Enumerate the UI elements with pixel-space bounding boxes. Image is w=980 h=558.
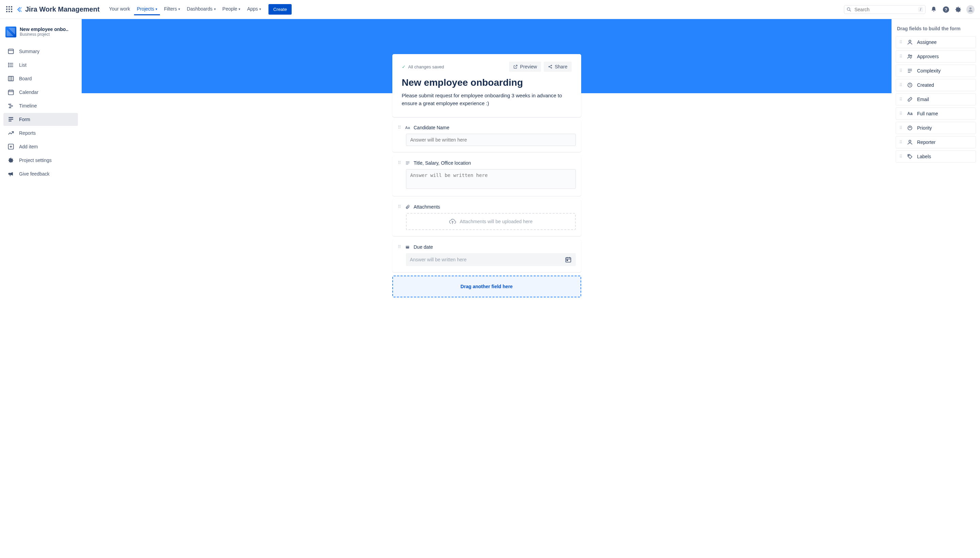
form-canvas: ✓ All changes saved Preview Share New em… [82,19,891,558]
search-input[interactable] [854,7,915,12]
drag-handle-icon[interactable]: ⠿ [398,205,402,208]
form-field-due-date[interactable]: ⠿ Due date Answer will be written here [392,240,581,272]
nav-filters[interactable]: Filters▾ [161,3,183,15]
svg-rect-49 [908,71,912,71]
available-field-priority[interactable]: ⠿Priority [896,122,976,134]
help-icon[interactable]: ? [942,5,950,14]
preview-button[interactable]: Preview [509,62,541,72]
drag-handle-icon[interactable]: ⠿ [900,156,903,158]
sidebar-item-summary[interactable]: Summary [3,45,78,58]
nav-projects[interactable]: Projects▾ [134,3,160,15]
drag-handle-icon[interactable]: ⠿ [398,246,402,248]
project-icon [5,26,16,38]
sidebar-item-board[interactable]: Board [3,72,78,85]
drag-handle-icon[interactable]: ⠿ [900,41,903,44]
svg-rect-16 [8,90,14,95]
sidebar-item-add[interactable]: Add item [3,140,78,153]
svg-rect-25 [8,120,11,121]
available-field-email[interactable]: ⠿Email [896,93,976,105]
form-header-card[interactable]: ✓ All changes saved Preview Share New em… [392,54,581,117]
attachment-icon [405,205,410,209]
sidebar-item-timeline[interactable]: Timeline [3,99,78,112]
available-field-created[interactable]: ⠿Created [896,79,976,91]
form-field-attachments[interactable]: ⠿ Attachments Attachments will be upload… [392,199,581,236]
svg-rect-44 [566,259,568,261]
settings-icon[interactable] [954,5,962,14]
search-box[interactable]: / [844,5,926,14]
field-name: Priority [917,125,932,131]
field-label: Attachments [414,204,440,210]
timeline-icon [8,102,14,109]
sidebar-item-list[interactable]: List [3,59,78,71]
sidebar-item-settings[interactable]: Project settings [3,154,78,167]
form-title[interactable]: New employee onboarding [402,77,572,88]
gear-icon [8,157,14,164]
sidebar-item-form[interactable]: Form [3,113,78,126]
form-description[interactable]: Please submit request for employee onboa… [402,92,572,108]
drag-handle-icon[interactable]: ⠿ [900,98,903,101]
attachment-dropzone: Attachments will be uploaded here [406,213,576,230]
nav-dashboards[interactable]: Dashboards▾ [184,3,218,15]
nav-apps[interactable]: Apps▾ [244,3,264,15]
create-button[interactable]: Create [269,4,292,15]
sidebar-item-feedback[interactable]: Give feedback [3,167,78,181]
field-name: Assignee [917,39,937,45]
drag-handle-icon[interactable]: ⠿ [900,56,903,58]
reports-icon [8,130,14,136]
drag-handle-icon[interactable]: ⠿ [398,126,402,129]
notifications-icon[interactable] [930,5,938,14]
drag-handle-icon[interactable]: ⠿ [900,70,903,72]
field-name: Complexity [917,68,941,74]
svg-point-29 [548,66,549,67]
drag-handle-icon[interactable]: ⠿ [900,113,903,115]
svg-line-33 [550,67,551,68]
brand[interactable]: Jira Work Management [16,5,100,13]
field-name: Approvers [917,54,939,59]
available-field-reporter[interactable]: ⠿Reporter [896,136,976,148]
tag-icon [907,153,913,159]
chevron-down-icon: ▾ [259,7,261,11]
svg-rect-35 [405,162,409,163]
sidebar-label: List [19,62,26,68]
nav-your-work[interactable]: Your work [107,3,133,15]
svg-point-0 [847,8,850,10]
date-icon [405,245,410,249]
available-field-labels[interactable]: ⠿Labels [896,150,976,162]
drag-handle-icon[interactable]: ⠿ [900,84,903,87]
svg-point-47 [911,55,912,56]
field-name: Created [917,82,934,88]
available-field-approvers[interactable]: ⠿Approvers [896,50,976,62]
dropzone-label: Drag another field here [460,284,512,289]
available-field-complexity[interactable]: ⠿Complexity [896,65,976,77]
board-icon [8,75,14,82]
nav-label: People [223,6,238,11]
drag-handle-icon[interactable]: ⠿ [900,141,903,144]
profile-avatar[interactable] [966,5,975,14]
drag-handle-icon[interactable]: ⠿ [900,127,903,129]
svg-rect-36 [405,164,408,164]
project-header[interactable]: New employee onbo.. Business project [3,25,78,42]
sidebar-item-calendar[interactable]: Calendar [3,86,78,98]
list-icon [8,62,14,68]
topnav-right: / ? [844,5,975,14]
svg-rect-23 [8,117,13,118]
add-field-dropzone[interactable]: Drag another field here [392,276,581,297]
form-field-candidate-name[interactable]: ⠿ Aa Candidate Name [392,120,581,152]
sidebar-item-reports[interactable]: Reports [3,126,78,140]
app-switcher-icon[interactable] [5,5,14,14]
svg-rect-40 [566,258,571,262]
form-field-title-salary[interactable]: ⠿ Title, Salary, Office location [392,156,581,196]
project-type: Business project [20,32,68,37]
attachment-placeholder: Attachments will be uploaded here [460,219,532,224]
svg-point-12 [8,66,9,67]
available-field-fullname[interactable]: ⠿AaFull name [896,108,976,120]
button-label: Share [555,64,567,69]
share-button[interactable]: Share [544,62,571,72]
drag-handle-icon[interactable]: ⠿ [398,162,402,164]
field-label: Title, Salary, Office location [414,160,471,166]
nav-label: Your work [109,6,130,11]
check-icon: ✓ [402,64,405,69]
available-field-assignee[interactable]: ⠿Assignee [896,36,976,48]
nav-label: Filters [164,6,177,11]
nav-people[interactable]: People▾ [220,3,243,15]
